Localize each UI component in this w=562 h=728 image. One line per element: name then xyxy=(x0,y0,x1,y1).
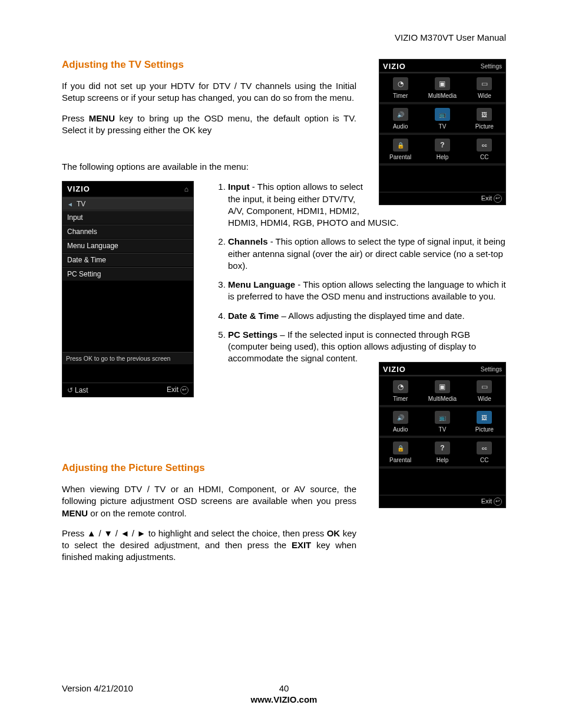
osd-brand: VIZIO xyxy=(67,185,90,193)
osd-exit[interactable]: Exit↩ xyxy=(167,386,189,394)
list-item: Date & Time – Allows adjusting the displ… xyxy=(228,310,506,322)
picture-icon xyxy=(477,411,492,424)
picture-icon xyxy=(477,108,492,121)
osd-cell-picture[interactable]: Picture xyxy=(464,104,505,133)
arrow-keys: ▲ / ▼ / ◄ / ► xyxy=(87,528,146,538)
osd-cell-parental[interactable]: Parental xyxy=(379,135,421,163)
paragraph: If you did not set up your HDTV for DTV … xyxy=(62,80,356,104)
osd-item-input[interactable]: Input xyxy=(62,210,193,225)
osd-last[interactable]: ↺Last xyxy=(67,386,88,394)
exit-icon: ↩ xyxy=(494,195,502,203)
list-item: Channels - This option allows to select … xyxy=(228,236,506,272)
osd-cell-audio[interactable]: Audio xyxy=(379,407,421,436)
osd-item-channels[interactable]: Channels xyxy=(62,225,193,239)
cc-icon xyxy=(477,139,492,151)
osd-cell-cc[interactable]: CC xyxy=(464,135,505,163)
osd-settings-menu-1: VIZIO Settings Timer MultiMedia Wide Aud… xyxy=(379,59,506,205)
audio-icon xyxy=(393,108,408,121)
osd-exit[interactable]: Exit↩ xyxy=(379,495,505,508)
osd-hint: Press OK to go to the previous screen xyxy=(62,352,193,365)
osd-cell-multimedia[interactable]: MultiMedia xyxy=(421,74,463,102)
help-icon xyxy=(435,139,450,151)
osd-cell-help[interactable]: Help xyxy=(421,135,463,163)
last-icon: ↺ xyxy=(67,386,73,394)
doc-title: VIZIO M370VT User Manual xyxy=(62,32,506,42)
tv-icon xyxy=(435,411,450,424)
list-item: Menu Language - This option allows selec… xyxy=(228,279,506,303)
osd-cell-audio[interactable]: Audio xyxy=(379,104,421,133)
help-icon xyxy=(435,442,450,454)
osd-cell-wide[interactable]: Wide xyxy=(464,74,505,102)
timer-icon xyxy=(393,77,408,90)
osd-cell-timer[interactable]: Timer xyxy=(379,74,421,102)
osd-cell-timer[interactable]: Timer xyxy=(379,377,421,405)
exit-icon: ↩ xyxy=(494,498,502,506)
osd-breadcrumb[interactable]: ◄ TV xyxy=(62,197,193,210)
home-icon[interactable]: ⌂ xyxy=(184,185,189,193)
wide-icon xyxy=(477,380,492,393)
page-number: 40 xyxy=(279,683,289,693)
osd-title: Settings xyxy=(481,63,502,70)
osd-tv-submenu: VIZIO ⌂ ◄ TV Input Channels Menu Languag… xyxy=(62,181,194,397)
lock-icon xyxy=(393,442,408,454)
option-list-top: Input - This option allows to select the… xyxy=(215,181,506,364)
page-footer: Version 4/21/2010 40 www.VIZIO.com xyxy=(62,683,506,704)
osd-cell-picture[interactable]: Picture xyxy=(464,407,505,436)
osd-item-menu-language[interactable]: Menu Language xyxy=(62,239,193,253)
osd-cell-cc[interactable]: CC xyxy=(464,438,505,466)
osd-exit[interactable]: Exit↩ xyxy=(379,192,505,205)
osd-cell-multimedia[interactable]: MultiMedia xyxy=(421,377,463,405)
osd-cell-parental[interactable]: Parental xyxy=(379,438,421,466)
exit-icon: ↩ xyxy=(180,386,189,394)
paragraph: Press MENU key to bring up the OSD menu,… xyxy=(62,113,356,137)
osd-brand: VIZIO xyxy=(383,365,406,374)
osd-cell-tv[interactable]: TV xyxy=(421,104,463,133)
timer-icon xyxy=(393,380,408,393)
osd-item-date-time[interactable]: Date & Time xyxy=(62,253,193,267)
back-arrow-icon: ◄ xyxy=(67,201,73,207)
osd-cell-tv[interactable]: TV xyxy=(421,407,463,436)
wide-icon xyxy=(477,77,492,90)
osd-settings-menu-2: VIZIO Settings Timer MultiMedia Wide Aud… xyxy=(379,362,506,508)
version-text: Version 4/21/2010 xyxy=(62,683,133,693)
multimedia-icon xyxy=(435,77,450,90)
page: VIZIO M370VT User Manual VIZIO Settings … xyxy=(0,0,562,728)
paragraph: When viewing DTV / TV or an HDMI, Compon… xyxy=(62,483,356,519)
osd-cell-wide[interactable]: Wide xyxy=(464,377,505,405)
tv-icon xyxy=(435,108,450,121)
footer-url: www.VIZIO.com xyxy=(62,694,506,704)
paragraph: Press ▲ / ▼ / ◄ / ► to highlight and sel… xyxy=(62,528,356,564)
osd-item-pc-setting[interactable]: PC Setting xyxy=(62,267,193,281)
osd-brand: VIZIO xyxy=(383,62,406,71)
multimedia-icon xyxy=(435,380,450,393)
lock-icon xyxy=(393,139,408,151)
list-item: truePC Settings – If the selected input … xyxy=(228,329,506,365)
cc-icon xyxy=(477,442,492,454)
audio-icon xyxy=(393,411,408,424)
osd-cell-help[interactable]: Help xyxy=(421,438,463,466)
osd-title: Settings xyxy=(481,366,502,373)
